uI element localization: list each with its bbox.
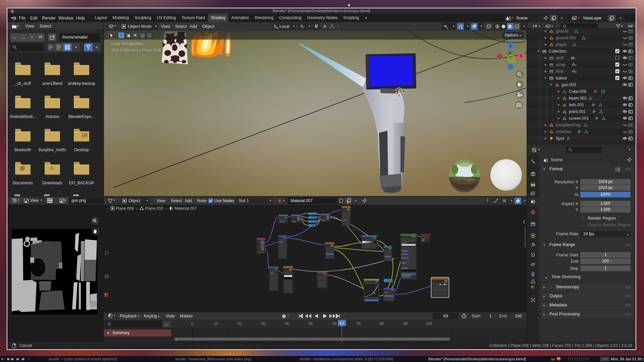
svg-text:60: 60 [332,321,336,325]
svg-text:3: 3 [575,57,576,60]
svg-text:10: 10 [214,321,218,325]
svg-text:Z: Z [509,44,512,48]
svg-text:X: X [520,54,522,58]
svg-text:7: 7 [575,64,577,67]
svg-text:63: 63 [340,321,344,325]
svg-text:0: 0 [191,321,193,325]
svg-text:80: 80 [380,321,384,325]
svg-text:20: 20 [237,321,241,325]
svg-text:90: 90 [404,321,408,325]
svg-text:5: 5 [575,71,577,73]
svg-text:100: 100 [426,321,432,325]
svg-text:70: 70 [356,321,360,325]
svg-text:30: 30 [261,321,265,325]
svg-text:40: 40 [285,321,289,325]
svg-text:50: 50 [309,321,313,325]
